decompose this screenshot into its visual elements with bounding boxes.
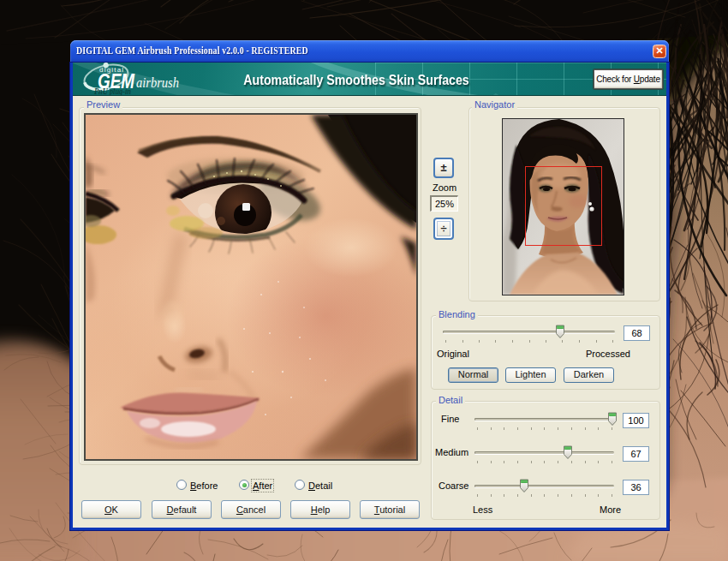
svg-text:airbrush: airbrush <box>136 75 179 91</box>
svg-text:PnU plug-in: PnU plug-in <box>94 87 131 96</box>
